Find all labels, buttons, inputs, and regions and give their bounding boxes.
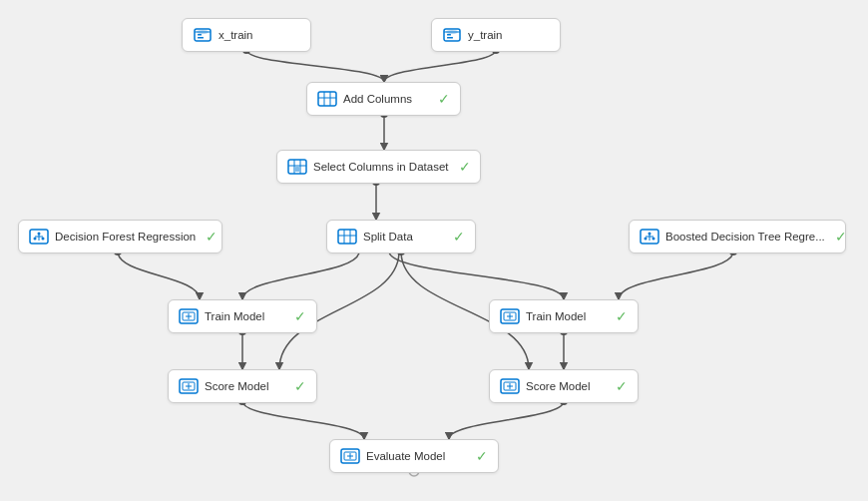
train-model-left-check: ✓: [294, 308, 306, 324]
dataset-icon-2: [442, 25, 462, 45]
dataset-icon: [193, 25, 213, 45]
train-model-right-check: ✓: [616, 308, 628, 324]
node-train-model-left[interactable]: Train Model ✓: [168, 299, 317, 333]
node-y-train[interactable]: y_train: [431, 18, 561, 52]
x-train-label: x_train: [218, 29, 300, 41]
svg-point-35: [34, 238, 37, 241]
add-columns-label: Add Columns: [343, 93, 428, 105]
split-data-check: ✓: [453, 229, 465, 245]
node-train-model-right[interactable]: Train Model ✓: [489, 299, 639, 333]
svg-point-36: [42, 238, 45, 241]
node-decision-forest[interactable]: Decision Forest Regression ✓: [18, 220, 222, 253]
decision-forest-check: ✓: [206, 229, 217, 245]
module-icon-score-right: [500, 376, 520, 396]
decision-forest-label: Decision Forest Regression: [55, 231, 196, 243]
svg-rect-16: [198, 37, 204, 39]
score-model-right-label: Score Model: [526, 380, 606, 392]
module-icon-boosted-tree: [640, 227, 659, 247]
node-x-train[interactable]: x_train: [182, 18, 311, 52]
svg-point-45: [645, 238, 648, 241]
svg-point-46: [652, 238, 655, 241]
module-icon-evaluate: [340, 446, 360, 466]
node-evaluate-model[interactable]: Evaluate Model ✓: [329, 439, 499, 473]
train-model-left-label: Train Model: [205, 310, 284, 322]
node-add-columns[interactable]: Add Columns ✓: [306, 82, 461, 116]
evaluate-model-label: Evaluate Model: [366, 450, 466, 462]
svg-point-44: [649, 233, 651, 236]
svg-rect-21: [447, 37, 453, 39]
svg-point-34: [38, 233, 41, 236]
score-model-left-label: Score Model: [205, 380, 284, 392]
module-icon-add-columns: [317, 89, 337, 109]
svg-rect-30: [295, 167, 299, 172]
boosted-tree-check: ✓: [835, 229, 847, 245]
node-score-model-right[interactable]: Score Model ✓: [489, 369, 639, 403]
svg-rect-20: [447, 34, 451, 36]
train-model-right-label: Train Model: [526, 310, 606, 322]
svg-rect-15: [198, 34, 202, 36]
score-model-right-check: ✓: [616, 378, 628, 394]
select-columns-label: Select Columns in Dataset: [313, 161, 449, 173]
module-icon-select-columns: [287, 157, 307, 177]
node-split-data[interactable]: Split Data ✓: [326, 220, 476, 253]
module-icon-train-right: [500, 306, 520, 326]
score-model-left-check: ✓: [294, 378, 306, 394]
select-columns-check: ✓: [459, 159, 471, 175]
node-boosted-tree[interactable]: Boosted Decision Tree Regre... ✓: [629, 220, 846, 253]
module-icon-decision-forest: [29, 227, 49, 247]
module-icon-score-left: [179, 376, 199, 396]
split-data-label: Split Data: [363, 231, 443, 243]
module-icon-train-left: [179, 306, 199, 326]
boosted-tree-label: Boosted Decision Tree Regre...: [665, 231, 825, 243]
svg-rect-37: [338, 230, 356, 244]
node-select-columns[interactable]: Select Columns in Dataset ✓: [276, 150, 481, 184]
y-train-label: y_train: [468, 29, 550, 41]
evaluate-model-check: ✓: [476, 448, 488, 464]
pipeline-canvas: x_train y_train Add Columns ✓: [0, 0, 868, 501]
add-columns-check: ✓: [438, 91, 450, 107]
module-icon-split-data: [337, 227, 357, 247]
svg-rect-22: [318, 92, 336, 106]
node-score-model-left[interactable]: Score Model ✓: [168, 369, 317, 403]
